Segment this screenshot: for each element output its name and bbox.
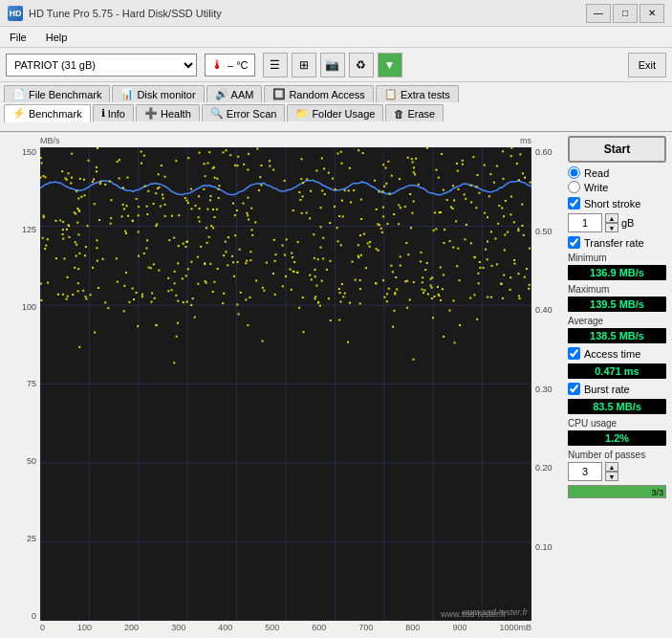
short-stroke-spinner: ▲ ▼ gB — [568, 213, 666, 232]
transfer-rate-label: Transfer rate — [584, 237, 644, 249]
minimum-value: 136.9 MB/s — [568, 265, 666, 280]
close-button[interactable]: ✕ — [639, 4, 664, 23]
main-content: MB/s ms 150 125 100 75 50 25 0 www.ssd-t… — [0, 132, 672, 638]
write-radio-input[interactable] — [568, 181, 580, 193]
transfer-rate-input[interactable] — [568, 236, 580, 249]
toolbar-btn-5[interactable]: ▼ — [378, 53, 402, 77]
spin-down[interactable]: ▼ — [605, 223, 618, 232]
cpu-usage-label: CPU usage — [568, 418, 666, 429]
short-stroke-input[interactable] — [568, 197, 580, 209]
toolbar: PATRIOT (31 gB) 🌡 – °C ☰ ⊞ 📷 ♻ ▼ Exit — [0, 48, 672, 82]
tab-folder-usage[interactable]: 📁 Folder Usage — [287, 104, 383, 121]
file-benchmark-icon: 📄 — [12, 88, 26, 100]
transfer-rate-checkbox[interactable]: Transfer rate — [568, 236, 666, 249]
read-radio[interactable]: Read — [568, 166, 666, 179]
drive-selector[interactable]: PATRIOT (31 gB) — [6, 54, 197, 77]
maximum-label: Maximum — [568, 284, 666, 295]
x-unit-label: 1000mB — [499, 623, 531, 634]
chart-outer: MB/s ms 150 125 100 75 50 25 0 www.ssd-t… — [0, 132, 562, 638]
tabs-row-2: ⚡ Benchmark ℹ Info ➕ Health 🔍 Error Scan… — [4, 104, 668, 121]
access-time-input[interactable] — [568, 347, 580, 360]
toolbar-btn-2[interactable]: ⊞ — [292, 53, 316, 77]
access-time-label: Access time — [584, 348, 640, 360]
minimum-label: Minimum — [568, 253, 666, 263]
extra-tests-icon: 📋 — [384, 88, 398, 100]
minimize-button[interactable]: — — [586, 4, 611, 23]
exit-button[interactable]: Exit — [628, 53, 666, 77]
chart-canvas-container: www.ssd-tester.fr — [40, 147, 531, 621]
short-stroke-spinner-btns: ▲ ▼ — [605, 213, 618, 232]
maximum-value: 139.5 MB/s — [568, 297, 666, 312]
maximize-button[interactable]: □ — [613, 4, 638, 23]
short-stroke-unit: gB — [621, 217, 634, 229]
passes-spin-up[interactable]: ▲ — [605, 462, 618, 472]
passes-group: Number of passes ▲ ▼ — [568, 450, 666, 481]
write-radio[interactable]: Write — [568, 181, 666, 193]
passes-value-input[interactable] — [568, 462, 602, 481]
benchmark-chart — [40, 147, 531, 621]
tab-folder-usage-label: Folder Usage — [312, 108, 375, 120]
tab-file-benchmark[interactable]: 📄 File Benchmark — [4, 85, 110, 102]
tab-file-benchmark-label: File Benchmark — [29, 89, 101, 100]
thermometer-icon: 🌡 — [211, 57, 224, 72]
menu-file[interactable]: File — [4, 30, 33, 45]
erase-icon: 🗑 — [394, 108, 404, 120]
read-radio-input[interactable] — [568, 166, 580, 179]
temperature-value: – °C — [228, 59, 249, 71]
spin-up[interactable]: ▲ — [605, 213, 618, 223]
random-access-icon: 🔲 — [272, 88, 286, 100]
maximum-stat-group: Maximum 139.5 MB/s — [568, 284, 666, 312]
tab-error-scan[interactable]: 🔍 Error Scan — [202, 104, 286, 121]
toolbar-btn-3[interactable]: 📷 — [320, 53, 345, 77]
passes-progress-text: 3/3 — [651, 486, 663, 498]
passes-progress-bar: 3/3 — [568, 485, 666, 498]
y-labels-left: 150 125 100 75 50 25 0 — [4, 147, 40, 621]
temperature-display: 🌡 – °C — [205, 54, 255, 77]
tab-info[interactable]: ℹ Info — [93, 104, 134, 121]
y-unit-left: MB/s — [40, 136, 60, 147]
toolbar-icons: ☰ ⊞ 📷 ♻ ▼ — [263, 53, 402, 77]
right-panel: Start Read Write Short stroke ▲ ▼ gB — [562, 132, 672, 638]
tab-random-access[interactable]: 🔲 Random Access — [264, 85, 373, 102]
burst-rate-checkbox[interactable]: Burst rate — [568, 383, 666, 395]
tab-error-scan-label: Error Scan — [227, 108, 277, 120]
title-bar: HD HD Tune Pro 5.75 - Hard Disk/SSD Util… — [0, 0, 672, 27]
chart-row: 150 125 100 75 50 25 0 www.ssd-tester.fr… — [4, 147, 562, 621]
tab-aam-label: AAM — [231, 89, 254, 100]
tab-info-label: Info — [108, 108, 125, 120]
window-title: HD Tune Pro 5.75 - Hard Disk/SSD Utility — [29, 8, 222, 19]
tab-aam[interactable]: 🔊 AAM — [206, 85, 263, 102]
access-time-checkbox[interactable]: Access time — [568, 347, 666, 360]
tab-extra-tests[interactable]: 📋 Extra tests — [376, 85, 459, 102]
short-stroke-checkbox[interactable]: Short stroke — [568, 197, 666, 209]
average-value: 138.5 MB/s — [568, 328, 666, 343]
disk-monitor-icon: 📊 — [120, 88, 134, 100]
health-icon: ➕ — [144, 107, 158, 120]
tab-erase-label: Erase — [407, 108, 435, 120]
short-stroke-value-input[interactable] — [568, 213, 602, 232]
tab-health[interactable]: ➕ Health — [136, 104, 200, 121]
passes-label: Number of passes — [568, 450, 666, 460]
watermark: www.ssd-tester.fr — [462, 607, 528, 617]
average-stat-group: Average 138.5 MB/s — [568, 316, 666, 343]
passes-spin-down[interactable]: ▼ — [605, 472, 618, 481]
burst-rate-input[interactable] — [568, 383, 580, 395]
error-scan-icon: 🔍 — [210, 107, 224, 120]
toolbar-btn-4[interactable]: ♻ — [349, 53, 374, 77]
tab-erase[interactable]: 🗑 Erase — [385, 104, 444, 121]
y-labels-right: 0.60 0.50 0.40 0.30 0.20 0.10 — [531, 147, 562, 621]
tabs-container: 📄 File Benchmark 📊 Disk monitor 🔊 AAM 🔲 … — [0, 82, 672, 132]
start-button[interactable]: Start — [568, 136, 666, 163]
menu-help[interactable]: Help — [40, 30, 74, 45]
read-write-group: Read Write — [568, 166, 666, 193]
passes-spinner-btns: ▲ ▼ — [605, 462, 618, 481]
window-controls: — □ ✕ — [586, 4, 664, 23]
tab-benchmark[interactable]: ⚡ Benchmark — [4, 104, 91, 122]
tab-disk-monitor-label: Disk monitor — [137, 89, 195, 100]
tab-random-access-label: Random Access — [289, 89, 364, 100]
tab-extra-tests-label: Extra tests — [401, 89, 450, 100]
toolbar-btn-1[interactable]: ☰ — [263, 53, 288, 77]
tab-disk-monitor[interactable]: 📊 Disk monitor — [112, 85, 204, 102]
app-icon: HD — [8, 6, 23, 21]
info-icon: ℹ — [101, 107, 105, 120]
